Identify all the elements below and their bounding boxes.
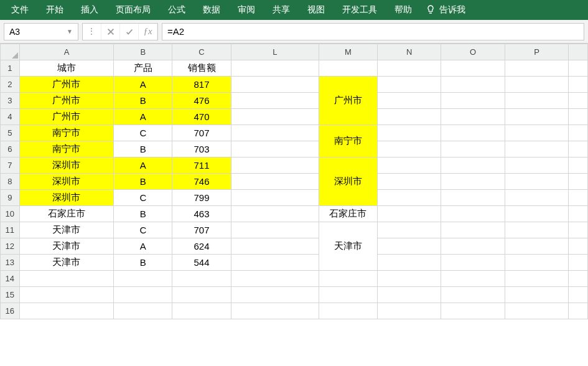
cell[interactable]: C <box>114 222 172 238</box>
row-header[interactable]: 6 <box>1 141 20 157</box>
cell[interactable]: 销售额 <box>172 60 231 77</box>
cell[interactable] <box>19 303 114 319</box>
cell[interactable] <box>441 222 505 238</box>
cell[interactable] <box>569 271 588 287</box>
cell[interactable] <box>231 157 319 174</box>
cell[interactable]: B <box>114 141 172 157</box>
cell[interactable]: 707 <box>172 125 231 141</box>
cell[interactable]: 476 <box>172 93 231 109</box>
cell[interactable]: 624 <box>172 238 231 255</box>
tab-review[interactable]: 审阅 <box>229 0 264 20</box>
cell[interactable]: A <box>114 238 172 255</box>
cell[interactable] <box>441 125 505 141</box>
cell[interactable] <box>378 77 441 93</box>
tab-view[interactable]: 视图 <box>299 0 334 20</box>
formula-input[interactable]: =A2 <box>162 23 584 40</box>
cell[interactable] <box>569 190 588 206</box>
cell[interactable] <box>441 77 505 93</box>
cell[interactable]: C <box>114 125 172 141</box>
cell[interactable]: B <box>114 255 172 271</box>
cell[interactable] <box>505 238 568 255</box>
cell[interactable] <box>319 60 377 77</box>
cell[interactable] <box>231 222 319 238</box>
cell[interactable] <box>505 190 568 206</box>
cell[interactable] <box>505 141 568 157</box>
group-cell[interactable]: 广州市 <box>319 77 377 125</box>
cell[interactable]: 南宁市 <box>19 141 114 157</box>
group-cell[interactable]: 南宁市 <box>319 125 377 157</box>
row-header[interactable]: 8 <box>1 174 20 190</box>
cell[interactable] <box>114 271 172 287</box>
cell[interactable]: 470 <box>172 109 231 125</box>
cell[interactable]: 深圳市 <box>19 157 114 174</box>
cell[interactable] <box>505 271 568 287</box>
row-header[interactable]: 16 <box>1 303 20 319</box>
cell[interactable] <box>569 255 588 271</box>
row-header[interactable]: 2 <box>1 77 20 93</box>
fx-button[interactable]: ƒx <box>139 24 157 40</box>
cell[interactable] <box>172 287 231 303</box>
cell[interactable] <box>172 271 231 287</box>
cell[interactable] <box>569 174 588 190</box>
row-header[interactable]: 3 <box>1 93 20 109</box>
cell[interactable]: 天津市 <box>19 255 114 271</box>
cell[interactable]: A <box>114 77 172 93</box>
cell[interactable]: B <box>114 174 172 190</box>
cell[interactable] <box>569 93 588 109</box>
row-header[interactable]: 5 <box>1 125 20 141</box>
cell[interactable] <box>505 157 568 174</box>
cell[interactable] <box>505 303 568 319</box>
cell[interactable]: 463 <box>172 206 231 222</box>
cell[interactable] <box>441 174 505 190</box>
cell[interactable] <box>441 271 505 287</box>
cell[interactable] <box>231 93 319 109</box>
cell[interactable]: 广州市 <box>19 109 114 125</box>
cell[interactable]: 深圳市 <box>19 190 114 206</box>
cell[interactable] <box>505 255 568 271</box>
cell[interactable]: C <box>114 190 172 206</box>
col-header-C[interactable]: C <box>172 44 231 60</box>
cell[interactable] <box>231 77 319 93</box>
cell[interactable] <box>231 125 319 141</box>
cell[interactable] <box>378 141 441 157</box>
cell[interactable]: 深圳市 <box>19 174 114 190</box>
cell[interactable] <box>378 60 441 77</box>
row-header[interactable]: 12 <box>1 238 20 255</box>
cell[interactable] <box>505 206 568 222</box>
cell[interactable] <box>505 93 568 109</box>
tab-help[interactable]: 帮助 <box>386 0 421 20</box>
tab-share[interactable]: 共享 <box>264 0 299 20</box>
cell[interactable]: 城市 <box>19 60 114 77</box>
row-header[interactable]: 15 <box>1 287 20 303</box>
cell[interactable] <box>441 157 505 174</box>
cell[interactable] <box>19 271 114 287</box>
cell[interactable] <box>378 190 441 206</box>
cell[interactable] <box>378 255 441 271</box>
col-header-B[interactable]: B <box>114 44 172 60</box>
cell[interactable] <box>569 125 588 141</box>
tab-data[interactable]: 数据 <box>194 0 229 20</box>
cell[interactable] <box>114 287 172 303</box>
group-cell[interactable]: 天津市 <box>319 222 377 271</box>
cell[interactable]: 544 <box>172 255 231 271</box>
cell[interactable] <box>231 141 319 157</box>
group-cell[interactable]: 深圳市 <box>319 157 377 206</box>
cell[interactable] <box>231 287 319 303</box>
cell[interactable] <box>441 206 505 222</box>
cell[interactable]: A <box>114 157 172 174</box>
cell[interactable] <box>441 190 505 206</box>
cell[interactable] <box>231 174 319 190</box>
row-header[interactable]: 1 <box>1 60 20 77</box>
cell[interactable] <box>441 141 505 157</box>
cell[interactable] <box>569 206 588 222</box>
cell[interactable] <box>378 109 441 125</box>
col-header-O[interactable]: O <box>441 44 505 60</box>
cell[interactable] <box>231 60 319 77</box>
cell[interactable] <box>231 238 319 255</box>
cell[interactable]: B <box>114 93 172 109</box>
tab-file[interactable]: 文件 <box>2 0 37 20</box>
col-header-N[interactable]: N <box>378 44 441 60</box>
row-header[interactable]: 7 <box>1 157 20 174</box>
cell[interactable]: 广州市 <box>19 93 114 109</box>
cell[interactable]: 南宁市 <box>19 125 114 141</box>
